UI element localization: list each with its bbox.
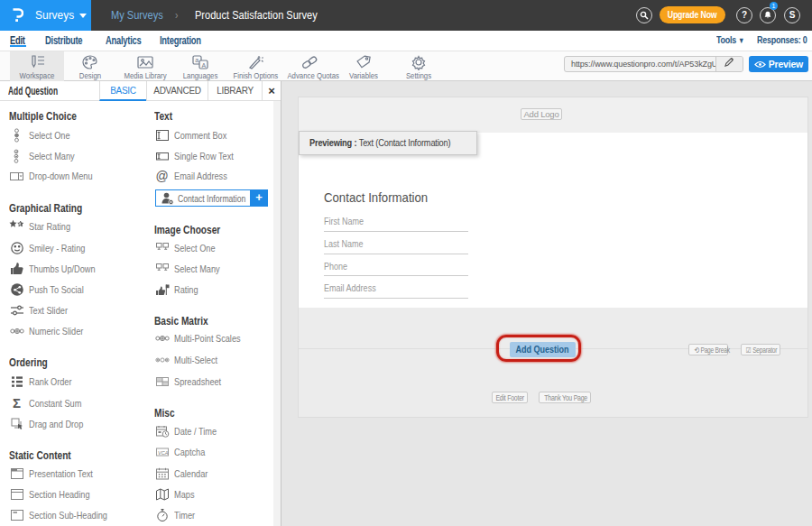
svg-text:VCA: VCA — [158, 449, 169, 455]
svg-text:A: A — [202, 62, 207, 69]
svg-text:a: a — [195, 57, 198, 63]
